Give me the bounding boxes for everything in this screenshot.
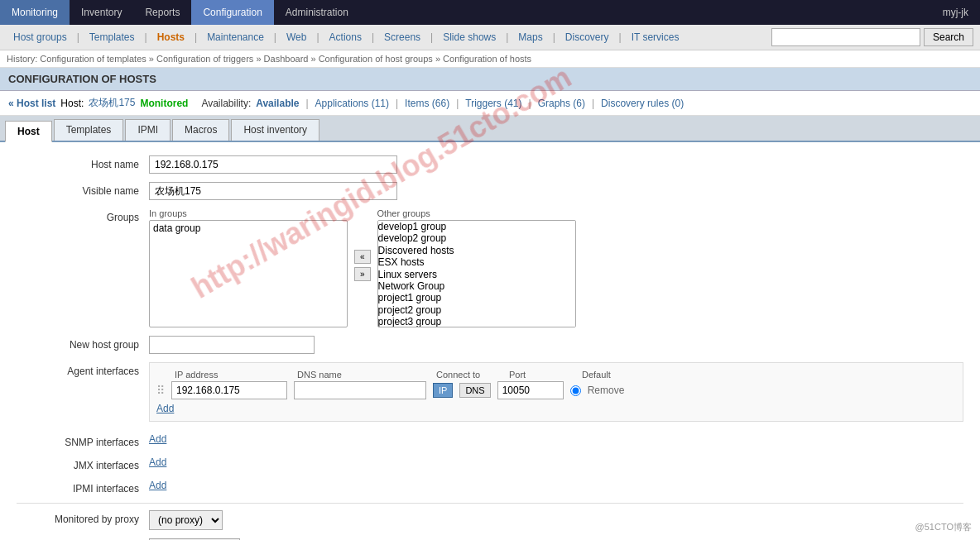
attribution: @51CTO博客: [915, 521, 972, 533]
nav-configuration[interactable]: Configuration: [191, 0, 273, 25]
iface-col-headers: IP address DNS name Connect to Port Defa…: [156, 370, 956, 380]
groups-label: Groups: [17, 208, 149, 223]
proxy-select[interactable]: (no proxy): [149, 510, 223, 530]
new-host-group-input[interactable]: [149, 336, 315, 354]
col-dns-label: DNS name: [297, 370, 430, 380]
default-radio[interactable]: [570, 385, 581, 396]
other-groups-label: Other groups: [377, 208, 576, 218]
nav-monitoring[interactable]: Monitoring: [0, 0, 70, 25]
host-name-content: [149, 155, 963, 174]
host-info-bar: « Host list Host: 农场机175 Monitored Avail…: [0, 91, 980, 116]
in-groups-list[interactable]: data group: [149, 220, 348, 327]
interface-ip-input[interactable]: [171, 381, 287, 399]
interface-port-input[interactable]: [497, 381, 564, 399]
col-connect-label: Connect to: [436, 370, 502, 380]
nav-reports[interactable]: Reports: [133, 0, 191, 25]
main-content: Host name Visible name Groups In groups …: [0, 142, 980, 540]
connect-ip-button[interactable]: IP: [433, 383, 453, 398]
availability-value[interactable]: Available: [256, 98, 299, 109]
user-label: myj-jk: [931, 0, 980, 25]
search-input[interactable]: [771, 28, 920, 46]
jmx-label: JMX interfaces: [17, 456, 149, 471]
add-agent-interface: Add: [156, 403, 956, 414]
groups-content: In groups data group « » Other groups de…: [149, 208, 963, 327]
ipmi-label: IPMI interfaces: [17, 480, 149, 495]
remove-interface-link[interactable]: Remove: [588, 385, 625, 396]
drag-handle[interactable]: ⠿: [156, 384, 165, 397]
separator: [17, 503, 963, 504]
search-area: Search: [771, 28, 973, 46]
host-name-row: Host name: [17, 155, 963, 174]
nav-administration[interactable]: Administration: [274, 0, 360, 25]
snmp-label: SNMP interfaces: [17, 433, 149, 448]
nav-slideshows[interactable]: Slide shows: [436, 29, 502, 45]
snmp-interfaces-row: SNMP interfaces Add: [17, 433, 963, 448]
proxy-content: (no proxy): [149, 510, 963, 530]
snmp-add-link[interactable]: Add: [149, 433, 166, 445]
connect-dns-button[interactable]: DNS: [459, 383, 490, 398]
new-host-group-label: New host group: [17, 339, 149, 351]
nav-discovery[interactable]: Discovery: [559, 29, 616, 45]
top-nav-items: Monitoring Inventory Reports Configurati…: [0, 0, 360, 25]
agent-interfaces-row: Agent interfaces IP address DNS name Con…: [17, 362, 963, 425]
col-port-label: Port: [509, 370, 575, 380]
other-groups-list[interactable]: develop1 group develop2 group Discovered…: [377, 220, 576, 327]
back-to-host-list[interactable]: « Host list: [8, 98, 55, 109]
applications-link[interactable]: Applications (11): [315, 98, 389, 109]
discovery-rules-link[interactable]: Discovery rules (0): [601, 98, 684, 109]
graphs-link[interactable]: Graphs (6): [538, 98, 585, 109]
agent-interfaces-content: IP address DNS name Connect to Port Defa…: [149, 362, 963, 425]
add-interface-link[interactable]: Add: [156, 403, 174, 414]
nav-maintenance[interactable]: Maintenance: [200, 29, 271, 45]
agent-interfaces-section: IP address DNS name Connect to Port Defa…: [149, 362, 963, 422]
availability-label: Availability:: [201, 98, 251, 109]
visible-name-row: Visible name: [17, 182, 963, 200]
groups-row: Groups In groups data group « » Other gr…: [17, 208, 963, 327]
host-name-input[interactable]: [149, 155, 397, 174]
items-link[interactable]: Items (66): [405, 98, 449, 109]
groups-container: In groups data group « » Other groups de…: [149, 208, 963, 327]
tab-macros[interactable]: Macros: [172, 119, 229, 141]
nav-inventory[interactable]: Inventory: [70, 0, 133, 25]
monitored-status: Monitored: [140, 98, 188, 109]
page-title: CONFIGURATION OF HOSTS: [0, 68, 980, 91]
second-nav-items: Host groups | Templates | Hosts | Mainte…: [7, 29, 685, 45]
proxy-row: Monitored by proxy (no proxy): [17, 510, 963, 530]
col-default-label: Default: [582, 370, 632, 380]
search-button[interactable]: Search: [924, 28, 973, 46]
nav-hosts[interactable]: Hosts: [151, 29, 191, 45]
tab-ipmi[interactable]: IPMI: [125, 119, 171, 141]
nav-web[interactable]: Web: [280, 29, 313, 45]
jmx-content: Add: [149, 456, 963, 468]
nav-maps[interactable]: Maps: [512, 29, 549, 45]
visible-name-input[interactable]: [149, 182, 397, 200]
tab-host[interactable]: Host: [5, 121, 52, 142]
agent-interfaces-label: Agent interfaces: [17, 362, 149, 377]
tab-host-inventory[interactable]: Host inventory: [231, 119, 319, 141]
in-groups-label: In groups: [149, 208, 348, 218]
tab-templates[interactable]: Templates: [54, 119, 124, 141]
tabs-bar: Host Templates IPMI Macros Host inventor…: [0, 116, 980, 142]
nav-itservices[interactable]: IT services: [625, 29, 686, 45]
jmx-interfaces-row: JMX interfaces Add: [17, 456, 963, 471]
host-name-link[interactable]: 农场机175: [89, 96, 135, 110]
col-ip-label: IP address: [175, 370, 291, 380]
in-groups-container: In groups data group: [149, 208, 348, 327]
ipmi-add-link[interactable]: Add: [149, 480, 166, 491]
move-right-button[interactable]: »: [354, 267, 371, 281]
new-host-group-row: New host group: [17, 336, 963, 354]
nav-templates[interactable]: Templates: [83, 29, 142, 45]
nav-actions[interactable]: Actions: [323, 29, 368, 45]
group-arrows: « »: [354, 208, 371, 281]
top-nav: Monitoring Inventory Reports Configurati…: [0, 0, 980, 25]
snmp-content: Add: [149, 433, 963, 445]
other-groups-container: Other groups develop1 group develop2 gro…: [377, 208, 576, 327]
nav-screens[interactable]: Screens: [377, 29, 427, 45]
triggers-link[interactable]: Triggers (41): [465, 98, 521, 109]
second-nav: Host groups | Templates | Hosts | Mainte…: [0, 25, 980, 50]
nav-host-groups[interactable]: Host groups: [7, 29, 74, 45]
move-left-button[interactable]: «: [354, 250, 371, 264]
interface-dns-input[interactable]: [294, 381, 426, 399]
jmx-add-link[interactable]: Add: [149, 456, 166, 468]
ipmi-content: Add: [149, 480, 963, 491]
